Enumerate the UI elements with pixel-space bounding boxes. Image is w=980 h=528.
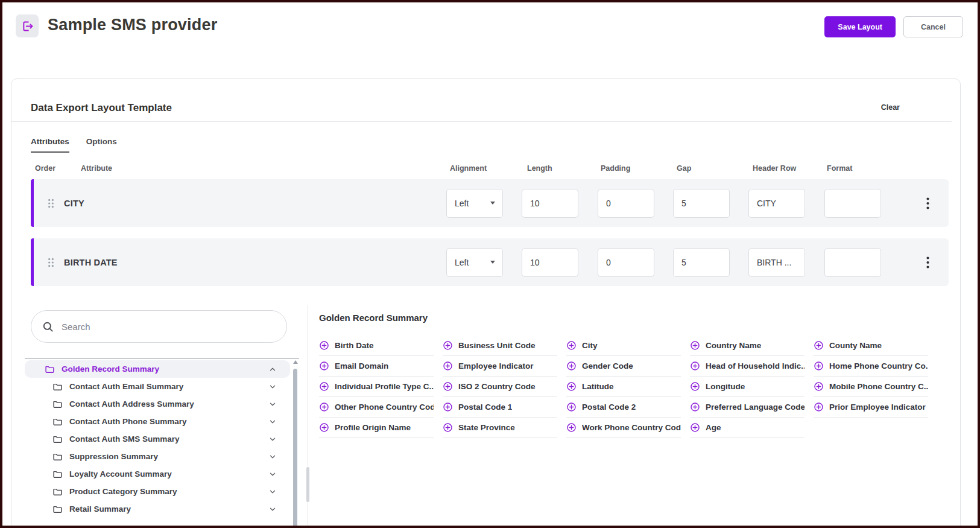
tree-item-label: Golden Record Summary <box>62 364 159 374</box>
add-attribute-state-province[interactable]: State Province <box>443 418 557 438</box>
chevron-down-icon[interactable] <box>268 383 277 391</box>
attribute-label: Postal Code 1 <box>458 402 512 412</box>
folder-tree: Golden Record Summary Contact Auth Email… <box>25 360 290 528</box>
chevron-down-icon[interactable] <box>268 453 277 461</box>
add-attribute-latitude[interactable]: Latitude <box>566 377 681 397</box>
add-attribute-gender-code[interactable]: Gender Code <box>566 356 681 377</box>
row-menu-kebab-icon[interactable] <box>921 196 934 211</box>
clear-button[interactable]: Clear <box>881 103 900 112</box>
drag-handle-icon[interactable] <box>46 256 55 268</box>
attribute-label: Other Phone Country Code <box>335 402 434 412</box>
add-attribute-mobile-phone-country-code[interactable]: Mobile Phone Country C... <box>814 377 928 397</box>
header-row-input[interactable] <box>748 248 805 277</box>
add-attribute-birth-date[interactable]: Birth Date <box>319 336 434 356</box>
header-row-input[interactable] <box>748 189 805 218</box>
scrollbar-up-arrow[interactable] <box>293 360 298 364</box>
tree-item-golden-record-summary[interactable]: Golden Record Summary <box>25 360 290 378</box>
add-attribute-city[interactable]: City <box>566 336 681 356</box>
plus-circle-icon <box>814 381 824 392</box>
save-layout-button[interactable]: Save Layout <box>824 16 896 37</box>
folder-icon <box>52 469 63 479</box>
padding-input[interactable] <box>598 248 654 277</box>
add-attribute-individual-profile-type-code[interactable]: Individual Profile Type C... <box>319 377 434 397</box>
attribute-row-birth-date: BIRTH DATE Left <box>31 238 949 286</box>
attribute-label: County Name <box>829 341 882 350</box>
row-accent-bar <box>31 179 34 227</box>
plus-circle-icon <box>814 402 824 412</box>
tree-item-contact-auth-address-summary[interactable]: Contact Auth Address Summary <box>25 395 290 413</box>
alignment-select[interactable]: Left <box>446 248 503 277</box>
chevron-down-icon[interactable] <box>268 470 277 479</box>
tree-item-label: Product Category Summary <box>69 487 177 496</box>
plus-circle-icon <box>319 381 329 392</box>
format-input[interactable] <box>824 189 881 218</box>
folder-icon <box>45 364 55 374</box>
tree-item-loyalty-account-summary[interactable]: Loyalty Account Summary <box>25 465 290 483</box>
tree-item-label: Contact Auth Address Summary <box>69 399 194 409</box>
gap-input[interactable] <box>673 248 730 277</box>
gap-input[interactable] <box>673 189 730 218</box>
padding-input[interactable] <box>598 189 654 218</box>
add-attribute-home-phone-country-code[interactable]: Home Phone Country Co... <box>814 356 928 377</box>
add-attribute-longitude[interactable]: Longitude <box>690 377 805 397</box>
tree-item-product-category-summary[interactable]: Product Category Summary <box>25 483 290 500</box>
attribute-label: City <box>582 341 598 350</box>
chevron-down-icon[interactable] <box>268 505 277 514</box>
add-attribute-iso-2-country-code[interactable]: ISO 2 Country Code <box>443 377 557 397</box>
add-attribute-postal-code-1[interactable]: Postal Code 1 <box>443 397 557 418</box>
drag-handle-icon[interactable] <box>46 197 55 209</box>
attribute-label: Age <box>706 423 721 432</box>
column-header-header-row: Header Row <box>753 164 796 173</box>
add-attribute-age[interactable]: Age <box>690 418 805 438</box>
cancel-button[interactable]: Cancel <box>903 16 963 37</box>
add-attribute-email-domain[interactable]: Email Domain <box>319 356 434 377</box>
tab-attributes[interactable]: Attributes <box>31 137 69 153</box>
add-attribute-work-phone-country-code[interactable]: Work Phone Country Code <box>566 418 681 438</box>
add-attribute-business-unit-code[interactable]: Business Unit Code <box>443 336 557 356</box>
length-input[interactable] <box>522 189 578 218</box>
add-attribute-county-name[interactable]: County Name <box>814 336 928 356</box>
alignment-select[interactable]: Left <box>446 189 503 218</box>
chevron-down-icon <box>490 202 495 205</box>
add-attribute-head-of-household-indicator[interactable]: Head of Household Indic... <box>690 356 805 377</box>
alignment-value: Left <box>455 258 469 267</box>
length-input[interactable] <box>522 248 578 277</box>
tab-options[interactable]: Options <box>86 137 117 153</box>
tree-item-contact-auth-sms-summary[interactable]: Contact Auth SMS Summary <box>25 430 290 448</box>
search-input[interactable] <box>62 322 276 332</box>
attribute-row-city: CITY Left <box>31 179 949 227</box>
panel-scrollbar-thumb[interactable] <box>306 467 309 502</box>
add-attribute-country-name[interactable]: Country Name <box>690 336 805 356</box>
plus-circle-icon <box>443 361 453 371</box>
chevron-down-icon[interactable] <box>268 435 277 444</box>
tree-scrollbar[interactable] <box>292 360 298 528</box>
add-attribute-employee-indicator[interactable]: Employee Indicator <box>443 356 557 377</box>
tree-item-contact-auth-email-summary[interactable]: Contact Auth Email Summary <box>25 378 290 395</box>
top-bar: Sample SMS provider Save Layout Cancel <box>2 2 978 58</box>
add-attribute-prior-employee-indicator[interactable]: Prior Employee Indicator <box>814 397 928 418</box>
chevron-down-icon[interactable] <box>268 400 277 409</box>
tree-item-retail-summary[interactable]: Retail Summary <box>25 500 290 518</box>
scrollbar-thumb[interactable] <box>293 369 297 528</box>
plus-circle-icon <box>566 340 577 351</box>
column-header-order: Order <box>35 164 55 173</box>
column-headers: Order Attribute Alignment Length Padding… <box>31 164 948 175</box>
add-attribute-postal-code-2[interactable]: Postal Code 2 <box>566 397 681 418</box>
row-menu-kebab-icon[interactable] <box>921 255 934 270</box>
attribute-label: Home Phone Country Co... <box>829 361 928 371</box>
tree-divider <box>25 358 299 359</box>
chevron-down-icon[interactable] <box>268 488 277 496</box>
add-attribute-preferred-language-code[interactable]: Preferred Language Code <box>690 397 805 418</box>
chevron-down-icon[interactable] <box>268 418 277 426</box>
attribute-label: Profile Origin Name <box>335 423 411 432</box>
plus-circle-icon <box>566 381 577 392</box>
add-attribute-profile-origin-name[interactable]: Profile Origin Name <box>319 418 434 438</box>
add-attribute-other-phone-country-code[interactable]: Other Phone Country Code <box>319 397 434 418</box>
format-input[interactable] <box>824 248 881 277</box>
tree-item-suppression-summary[interactable]: Suppression Summary <box>25 448 290 465</box>
folder-icon <box>52 504 63 514</box>
attribute-label: Longitude <box>706 382 745 391</box>
tree-item-contact-auth-phone-summary[interactable]: Contact Auth Phone Summary <box>25 413 290 430</box>
chevron-up-icon[interactable] <box>268 365 277 374</box>
plus-circle-icon <box>319 361 329 371</box>
